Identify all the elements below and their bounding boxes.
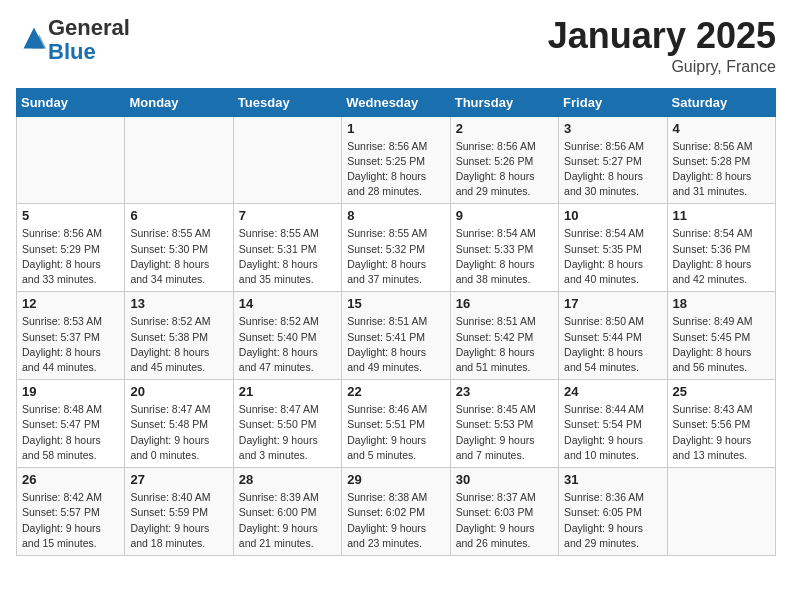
day-number: 12 — [22, 296, 119, 311]
day-number: 8 — [347, 208, 444, 223]
calendar-cell: 15Sunrise: 8:51 AM Sunset: 5:41 PM Dayli… — [342, 292, 450, 380]
calendar-cell: 14Sunrise: 8:52 AM Sunset: 5:40 PM Dayli… — [233, 292, 341, 380]
calendar-cell: 28Sunrise: 8:39 AM Sunset: 6:00 PM Dayli… — [233, 468, 341, 556]
day-info: Sunrise: 8:56 AM Sunset: 5:26 PM Dayligh… — [456, 139, 553, 200]
calendar-week-row: 26Sunrise: 8:42 AM Sunset: 5:57 PM Dayli… — [17, 468, 776, 556]
calendar-cell: 12Sunrise: 8:53 AM Sunset: 5:37 PM Dayli… — [17, 292, 125, 380]
weekday-header: Tuesday — [233, 88, 341, 116]
day-info: Sunrise: 8:54 AM Sunset: 5:35 PM Dayligh… — [564, 226, 661, 287]
logo-text: General Blue — [48, 16, 130, 64]
day-number: 29 — [347, 472, 444, 487]
calendar-cell: 29Sunrise: 8:38 AM Sunset: 6:02 PM Dayli… — [342, 468, 450, 556]
day-number: 13 — [130, 296, 227, 311]
day-number: 5 — [22, 208, 119, 223]
day-number: 10 — [564, 208, 661, 223]
day-info: Sunrise: 8:54 AM Sunset: 5:36 PM Dayligh… — [673, 226, 770, 287]
day-info: Sunrise: 8:45 AM Sunset: 5:53 PM Dayligh… — [456, 402, 553, 463]
calendar-cell — [667, 468, 775, 556]
day-info: Sunrise: 8:42 AM Sunset: 5:57 PM Dayligh… — [22, 490, 119, 551]
calendar-cell: 26Sunrise: 8:42 AM Sunset: 5:57 PM Dayli… — [17, 468, 125, 556]
calendar-cell: 23Sunrise: 8:45 AM Sunset: 5:53 PM Dayli… — [450, 380, 558, 468]
calendar-cell: 27Sunrise: 8:40 AM Sunset: 5:59 PM Dayli… — [125, 468, 233, 556]
calendar-cell: 5Sunrise: 8:56 AM Sunset: 5:29 PM Daylig… — [17, 204, 125, 292]
day-number: 16 — [456, 296, 553, 311]
day-number: 20 — [130, 384, 227, 399]
day-number: 22 — [347, 384, 444, 399]
calendar-cell: 13Sunrise: 8:52 AM Sunset: 5:38 PM Dayli… — [125, 292, 233, 380]
day-number: 19 — [22, 384, 119, 399]
calendar-header-row: SundayMondayTuesdayWednesdayThursdayFrid… — [17, 88, 776, 116]
day-number: 1 — [347, 121, 444, 136]
day-number: 7 — [239, 208, 336, 223]
logo: General Blue — [16, 16, 130, 64]
title-block: January 2025 Guipry, France — [548, 16, 776, 76]
logo-blue: Blue — [48, 39, 96, 64]
day-number: 31 — [564, 472, 661, 487]
calendar-cell — [125, 116, 233, 204]
day-info: Sunrise: 8:44 AM Sunset: 5:54 PM Dayligh… — [564, 402, 661, 463]
calendar-cell: 25Sunrise: 8:43 AM Sunset: 5:56 PM Dayli… — [667, 380, 775, 468]
calendar-cell: 20Sunrise: 8:47 AM Sunset: 5:48 PM Dayli… — [125, 380, 233, 468]
day-info: Sunrise: 8:52 AM Sunset: 5:40 PM Dayligh… — [239, 314, 336, 375]
day-number: 30 — [456, 472, 553, 487]
weekday-header: Wednesday — [342, 88, 450, 116]
calendar-cell: 21Sunrise: 8:47 AM Sunset: 5:50 PM Dayli… — [233, 380, 341, 468]
day-number: 17 — [564, 296, 661, 311]
calendar-week-row: 1Sunrise: 8:56 AM Sunset: 5:25 PM Daylig… — [17, 116, 776, 204]
day-info: Sunrise: 8:54 AM Sunset: 5:33 PM Dayligh… — [456, 226, 553, 287]
day-info: Sunrise: 8:36 AM Sunset: 6:05 PM Dayligh… — [564, 490, 661, 551]
calendar-body: 1Sunrise: 8:56 AM Sunset: 5:25 PM Daylig… — [17, 116, 776, 555]
calendar-cell: 7Sunrise: 8:55 AM Sunset: 5:31 PM Daylig… — [233, 204, 341, 292]
calendar-cell: 22Sunrise: 8:46 AM Sunset: 5:51 PM Dayli… — [342, 380, 450, 468]
day-info: Sunrise: 8:37 AM Sunset: 6:03 PM Dayligh… — [456, 490, 553, 551]
calendar-table: SundayMondayTuesdayWednesdayThursdayFrid… — [16, 88, 776, 556]
calendar-cell: 31Sunrise: 8:36 AM Sunset: 6:05 PM Dayli… — [559, 468, 667, 556]
day-number: 21 — [239, 384, 336, 399]
calendar-cell: 10Sunrise: 8:54 AM Sunset: 5:35 PM Dayli… — [559, 204, 667, 292]
weekday-header: Sunday — [17, 88, 125, 116]
day-info: Sunrise: 8:53 AM Sunset: 5:37 PM Dayligh… — [22, 314, 119, 375]
calendar-cell: 17Sunrise: 8:50 AM Sunset: 5:44 PM Dayli… — [559, 292, 667, 380]
logo-icon — [20, 24, 48, 52]
calendar-week-row: 12Sunrise: 8:53 AM Sunset: 5:37 PM Dayli… — [17, 292, 776, 380]
day-info: Sunrise: 8:56 AM Sunset: 5:29 PM Dayligh… — [22, 226, 119, 287]
day-info: Sunrise: 8:51 AM Sunset: 5:42 PM Dayligh… — [456, 314, 553, 375]
page-header: General Blue January 2025 Guipry, France — [16, 16, 776, 76]
calendar-cell — [233, 116, 341, 204]
day-number: 6 — [130, 208, 227, 223]
day-info: Sunrise: 8:39 AM Sunset: 6:00 PM Dayligh… — [239, 490, 336, 551]
day-info: Sunrise: 8:56 AM Sunset: 5:28 PM Dayligh… — [673, 139, 770, 200]
calendar-cell: 8Sunrise: 8:55 AM Sunset: 5:32 PM Daylig… — [342, 204, 450, 292]
calendar-week-row: 5Sunrise: 8:56 AM Sunset: 5:29 PM Daylig… — [17, 204, 776, 292]
day-info: Sunrise: 8:47 AM Sunset: 5:48 PM Dayligh… — [130, 402, 227, 463]
day-info: Sunrise: 8:48 AM Sunset: 5:47 PM Dayligh… — [22, 402, 119, 463]
day-number: 26 — [22, 472, 119, 487]
day-number: 27 — [130, 472, 227, 487]
day-info: Sunrise: 8:56 AM Sunset: 5:25 PM Dayligh… — [347, 139, 444, 200]
day-number: 25 — [673, 384, 770, 399]
day-number: 3 — [564, 121, 661, 136]
day-info: Sunrise: 8:49 AM Sunset: 5:45 PM Dayligh… — [673, 314, 770, 375]
day-info: Sunrise: 8:55 AM Sunset: 5:32 PM Dayligh… — [347, 226, 444, 287]
calendar-cell: 1Sunrise: 8:56 AM Sunset: 5:25 PM Daylig… — [342, 116, 450, 204]
day-number: 24 — [564, 384, 661, 399]
calendar-cell: 16Sunrise: 8:51 AM Sunset: 5:42 PM Dayli… — [450, 292, 558, 380]
day-info: Sunrise: 8:46 AM Sunset: 5:51 PM Dayligh… — [347, 402, 444, 463]
weekday-header: Monday — [125, 88, 233, 116]
calendar-cell: 4Sunrise: 8:56 AM Sunset: 5:28 PM Daylig… — [667, 116, 775, 204]
calendar-cell: 2Sunrise: 8:56 AM Sunset: 5:26 PM Daylig… — [450, 116, 558, 204]
calendar-cell: 11Sunrise: 8:54 AM Sunset: 5:36 PM Dayli… — [667, 204, 775, 292]
day-info: Sunrise: 8:52 AM Sunset: 5:38 PM Dayligh… — [130, 314, 227, 375]
day-info: Sunrise: 8:40 AM Sunset: 5:59 PM Dayligh… — [130, 490, 227, 551]
calendar-cell: 3Sunrise: 8:56 AM Sunset: 5:27 PM Daylig… — [559, 116, 667, 204]
day-info: Sunrise: 8:47 AM Sunset: 5:50 PM Dayligh… — [239, 402, 336, 463]
month-title: January 2025 — [548, 16, 776, 56]
day-number: 14 — [239, 296, 336, 311]
weekday-header: Saturday — [667, 88, 775, 116]
location: Guipry, France — [548, 58, 776, 76]
calendar-cell: 9Sunrise: 8:54 AM Sunset: 5:33 PM Daylig… — [450, 204, 558, 292]
day-number: 15 — [347, 296, 444, 311]
day-info: Sunrise: 8:55 AM Sunset: 5:31 PM Dayligh… — [239, 226, 336, 287]
day-number: 11 — [673, 208, 770, 223]
day-number: 2 — [456, 121, 553, 136]
